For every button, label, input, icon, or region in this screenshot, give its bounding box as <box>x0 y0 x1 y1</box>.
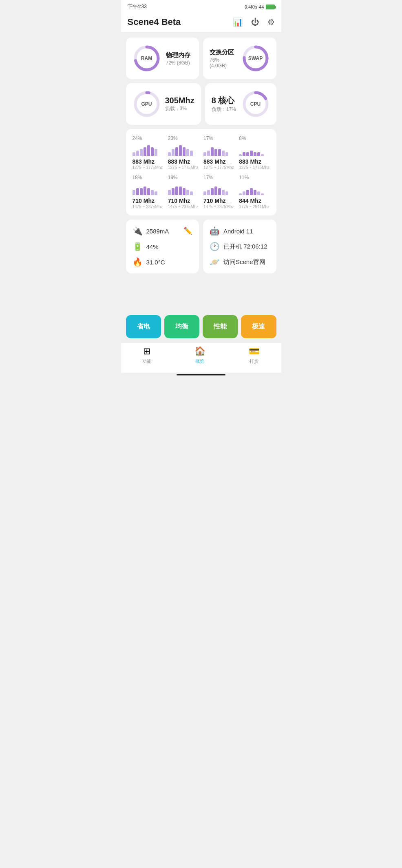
bar-2-2 <box>211 147 214 156</box>
website-item[interactable]: 🪐 访问Scene官网 <box>210 257 270 267</box>
bar-1-5 <box>186 149 189 156</box>
gpu-load: 负载：3% <box>165 105 194 112</box>
mode-btn-balance[interactable]: 均衡 <box>164 315 199 338</box>
nav-overview[interactable]: 🏠 概览 <box>194 346 205 364</box>
core-range-0: 1275 ~ 1775Mhz <box>133 165 163 170</box>
bar-4-5 <box>151 190 154 195</box>
cores-grid: 24%883 Mhz1275 ~ 1775Mhz23%883 Mhz1275 ~… <box>133 135 270 209</box>
bar-5-4 <box>183 188 186 195</box>
bar-7-2 <box>246 190 249 195</box>
core-range-5: 1475 ~ 2375Mhz <box>168 204 199 209</box>
core-pct-5: 19% <box>168 175 178 180</box>
power-icon[interactable]: ⏻ <box>251 18 259 27</box>
bar-6-0 <box>203 191 206 195</box>
nav-functions[interactable]: ⊞ 功能 <box>142 346 151 364</box>
battery-level-icon: 🔋 <box>133 242 142 251</box>
main-content: RAM 物理内存 72% (8GB) 交换分区 76% (4.0GB) SWAP <box>121 33 281 278</box>
ram-info: 物理内存 72% (8GB) <box>166 51 190 66</box>
mode-btn-perf[interactable]: 性能 <box>203 315 238 338</box>
core-item-5: 19%710 Mhz1475 ~ 2375Mhz <box>168 175 199 209</box>
bar-3-0 <box>239 154 242 156</box>
gpu-donut: GPU <box>133 90 161 118</box>
cpu-load: 负载：17% <box>212 106 236 113</box>
bar-7-3 <box>250 188 253 195</box>
bar-7-0 <box>239 193 242 195</box>
core-freq-6: 710 Mhz <box>203 198 225 204</box>
swap-card: 交换分区 76% (4.0GB) SWAP <box>203 38 276 79</box>
mode-section: 省电均衡性能极速 <box>121 311 281 342</box>
android-item: 🤖 Android 11 <box>210 226 270 236</box>
temp-value: 31.0°C <box>146 259 165 266</box>
header: Scene4 Beta 📊 ⏻ ⚙ <box>121 12 281 33</box>
core-chart-0 <box>133 143 157 156</box>
battery-value: 44% <box>146 243 159 250</box>
core-pct-4: 18% <box>133 175 142 180</box>
core-freq-5: 710 Mhz <box>168 198 190 204</box>
bar-4-4 <box>147 188 150 195</box>
core-pct-6: 17% <box>203 175 213 180</box>
uptime-value: 已开机 72:06:12 <box>223 243 267 251</box>
power-value: 2589mA <box>146 228 169 235</box>
swap-label: SWAP <box>248 55 263 61</box>
settings-icon[interactable]: ⚙ <box>267 17 275 27</box>
cpu-info: 8 核心 负载：17% <box>212 95 236 113</box>
core-freq-3: 883 Mhz <box>239 158 261 165</box>
mode-btn-save[interactable]: 省电 <box>126 315 161 338</box>
bar-6-3 <box>214 186 217 195</box>
bar-2-1 <box>207 151 210 156</box>
ram-donut: RAM <box>133 44 161 73</box>
core-range-1: 1275 ~ 1775Mhz <box>168 165 199 170</box>
bar-2-0 <box>203 152 206 156</box>
bar-4-1 <box>136 188 139 195</box>
cpu-cores: 8 核心 <box>212 95 236 106</box>
gpu-cpu-row: GPU 305Mhz 负载：3% 8 核心 负载：17% CPU <box>126 83 276 125</box>
bar-6-2 <box>211 188 214 195</box>
bar-1-2 <box>175 147 178 156</box>
bar-0-4 <box>147 145 150 156</box>
core-freq-0: 883 Mhz <box>133 158 155 165</box>
bar-6-6 <box>225 191 228 195</box>
core-item-2: 17%883 Mhz1275 ~ 1775Mhz <box>203 135 234 170</box>
status-time: 下午4:33 <box>128 3 147 10</box>
bar-3-6 <box>261 154 264 156</box>
bar-7-4 <box>254 190 256 195</box>
mode-buttons: 省电均衡性能极速 <box>126 315 276 338</box>
bar-7-6 <box>261 193 264 195</box>
core-item-0: 24%883 Mhz1275 ~ 1775Mhz <box>133 135 163 170</box>
bar-0-0 <box>133 152 135 156</box>
bar-6-1 <box>207 190 210 195</box>
core-chart-7 <box>239 182 264 195</box>
bar-chart-icon[interactable]: 📊 <box>233 17 243 27</box>
core-pct-0: 24% <box>133 135 142 141</box>
core-range-6: 1475 ~ 2375Mhz <box>203 204 234 209</box>
nav-underline <box>177 374 225 375</box>
core-chart-4 <box>133 182 157 195</box>
bar-3-3 <box>250 151 253 156</box>
functions-icon: ⊞ <box>143 346 150 357</box>
cpu-label: CPU <box>250 101 261 107</box>
bar-0-2 <box>140 149 143 156</box>
mode-btn-turbo[interactable]: 极速 <box>241 315 276 338</box>
ram-subtitle: 72% (8GB) <box>166 60 190 66</box>
core-pct-3: 8% <box>239 135 246 141</box>
spacer <box>121 278 281 286</box>
nav-functions-label: 功能 <box>142 358 151 364</box>
battery-text: 44 <box>259 4 264 9</box>
edit-icon[interactable]: ✏️ <box>183 226 192 235</box>
ram-card: RAM 物理内存 72% (8GB) <box>126 38 199 79</box>
sysinfo-left: 🔌 2589mA ✏️ 🔋 44% 🔥 31.0°C <box>126 220 199 273</box>
nav-donate[interactable]: 💳 打赏 <box>249 346 260 364</box>
swap-title: 交换分区 <box>210 49 236 56</box>
android-icon: 🤖 <box>210 226 219 236</box>
bar-4-3 <box>144 186 146 195</box>
bar-1-3 <box>179 145 182 156</box>
ram-swap-row: RAM 物理内存 72% (8GB) 交换分区 76% (4.0GB) SWAP <box>126 38 276 79</box>
bar-3-1 <box>243 152 245 156</box>
nav-overview-label: 概览 <box>195 358 204 364</box>
temp-icon: 🔥 <box>133 257 142 267</box>
bar-6-4 <box>218 188 221 195</box>
clock-icon: 🕐 <box>210 242 219 251</box>
bar-4-2 <box>140 188 143 195</box>
core-item-1: 23%883 Mhz1275 ~ 1775Mhz <box>168 135 199 170</box>
bar-5-5 <box>186 190 189 195</box>
